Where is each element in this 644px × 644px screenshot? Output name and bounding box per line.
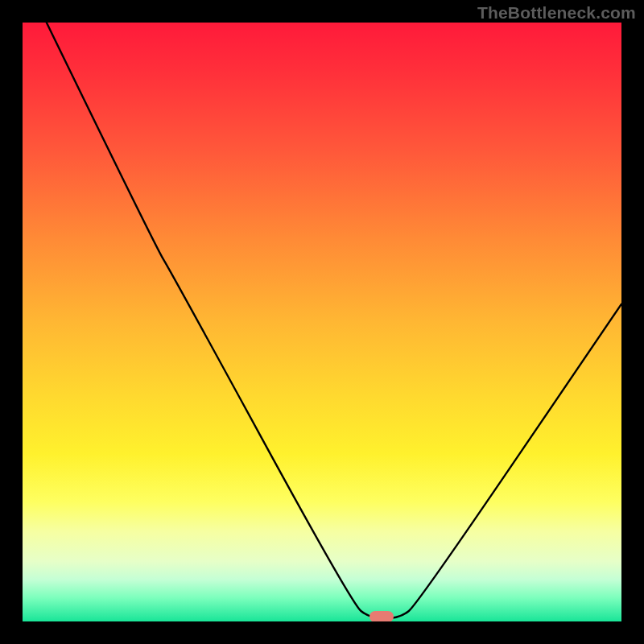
bottleneck-curve [23, 23, 621, 621]
optimal-marker [369, 611, 394, 621]
plot-area [23, 23, 621, 621]
chart-frame: TheBottleneck.com [0, 0, 644, 644]
watermark-text: TheBottleneck.com [477, 3, 636, 23]
